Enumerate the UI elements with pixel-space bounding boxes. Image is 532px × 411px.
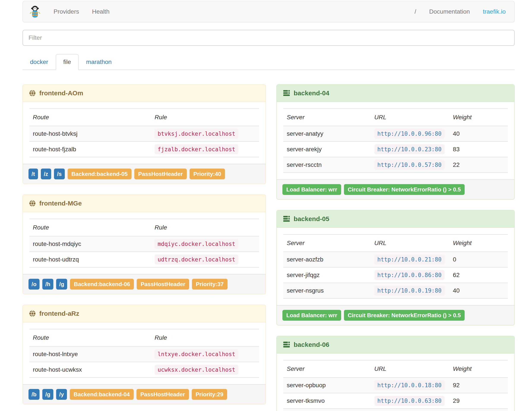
tab-file[interactable]: file [56, 54, 79, 70]
route-row: route-host-lntxyelntxye.docker.localhost [29, 346, 259, 362]
backend-panel-title: backend-05 [277, 210, 514, 228]
server-url-code[interactable]: http://10.0.0.19:80 [374, 286, 445, 296]
rule-code: btvksj.docker.localhost [155, 129, 238, 139]
panel-body: RouteRuleroute-host-lntxyelntxye.docker.… [23, 323, 266, 384]
server-url-cell: http://10.0.0.21:80 [371, 252, 449, 267]
route-rule-cell: btvksj.docker.localhost [151, 126, 259, 142]
server-url-cell: http://10.0.0.86:80 [371, 267, 449, 283]
server-weight: 57 [449, 409, 508, 411]
server-weight: 0 [449, 252, 508, 267]
server-icon [283, 341, 290, 348]
routes-table: RouteRuleroute-host-mdqiycmdqiyc.docker.… [29, 219, 259, 267]
frontend-name: frontend-MGe [39, 200, 82, 207]
server-url-code[interactable]: http://10.0.0.23:80 [374, 144, 445, 154]
nav-traefik-io[interactable]: traefik.io [476, 1, 512, 22]
server-weight: 40 [449, 283, 508, 298]
panel-body: RouteRuleroute-host-btvksjbtvksj.docker.… [23, 102, 266, 164]
table-header-row: RouteRule [29, 219, 259, 236]
entrypoint-badge: /y [56, 389, 67, 400]
server-weight: 22 [449, 157, 508, 173]
server-url-code[interactable]: http://10.0.0.96:80 [374, 129, 445, 139]
panel-footer: Load Balancer: wrrCircuit Breaker: Netwo… [277, 305, 514, 325]
panel-footer: /b/g/yBackend:backend-04PassHostHeaderPr… [23, 384, 266, 404]
backend-panel: backend-06ServerURLWeightserver-opbuopht… [276, 336, 515, 411]
server-url-code[interactable]: http://10.0.0.18:80 [374, 380, 445, 390]
route-row: route-host-ucwksxucwksx.docker.localhost [29, 362, 259, 378]
route-name: route-host-ucwksx [29, 362, 151, 378]
entrypoint-badge: /t [28, 168, 38, 179]
tab-docker[interactable]: docker [22, 54, 56, 70]
route-name: route-host-lntxye [29, 346, 151, 362]
server-weight: 40 [449, 126, 508, 142]
route-row: route-host-udtrzqudtrzq.docker.localhost [29, 252, 259, 267]
server-url-cell: http://10.0.0.57:80 [371, 157, 449, 173]
globe-icon [29, 200, 36, 207]
backend-detail-badge: Load Balancer: wrr [282, 184, 341, 195]
backend-detail-badge: Circuit Breaker: NetworkErrorRatio () > … [344, 310, 465, 321]
tab-marathon[interactable]: marathon [79, 54, 119, 70]
backend-detail-badge: Load Balancer: wrr [282, 310, 341, 321]
server-row: server-anatyyhttp://10.0.0.96:8040 [283, 126, 508, 142]
route-row: route-host-mdqiycmdqiyc.docker.localhost [29, 236, 259, 252]
server-name: server-jifqgz [283, 267, 371, 283]
entrypoint-badge: /g [56, 279, 67, 290]
main-content: frontend-AOmRouteRuleroute-host-btvksjbt… [22, 84, 515, 411]
frontend-detail-badge: Priority:37 [192, 279, 228, 290]
frontend-detail-badge: PassHostHeader [137, 279, 189, 290]
panel-footer: /t/z/sBackend:backend-05PassHostHeaderPr… [23, 164, 266, 184]
servers-table: ServerURLWeightserver-opbuophttp://10.0.… [283, 360, 508, 411]
server-row: server-aozfzbhttp://10.0.0.21:800 [283, 252, 508, 267]
route-name: route-host-mdqiyc [29, 236, 151, 252]
server-row: server-nsgrushttp://10.0.0.19:8040 [283, 283, 508, 298]
backends-column: backend-04ServerURLWeightserver-anatyyht… [276, 84, 515, 411]
col-rule: Rule [151, 329, 259, 346]
server-name: server-updomo [283, 409, 371, 411]
rule-code: mdqiyc.docker.localhost [155, 239, 238, 249]
server-url-code[interactable]: http://10.0.0.57:80 [374, 160, 445, 170]
server-url-code[interactable]: http://10.0.0.63:80 [374, 396, 445, 406]
nav-documentation[interactable]: Documentation [423, 1, 476, 22]
nav-health[interactable]: Health [86, 1, 116, 22]
col-route: Route [29, 109, 151, 126]
route-rule-cell: ucwksx.docker.localhost [151, 362, 259, 378]
routes-table: RouteRuleroute-host-btvksjbtvksj.docker.… [29, 108, 259, 157]
filter-input[interactable] [22, 30, 515, 46]
rule-code: udtrzq.docker.localhost [155, 254, 238, 264]
col-weight: Weight [449, 235, 508, 252]
frontend-detail-badge: Backend:backend-05 [67, 168, 132, 179]
backend-panel-title: backend-04 [277, 85, 514, 102]
server-icon [283, 90, 290, 97]
frontend-detail-badge: Backend:backend-06 [70, 279, 134, 290]
route-row: route-host-fjzalbfjzalb.docker.localhost [29, 142, 259, 157]
server-name: server-aozfzb [283, 252, 371, 267]
nav-providers[interactable]: Providers [47, 1, 86, 22]
panel-footer: Load Balancer: wrrCircuit Breaker: Netwo… [277, 179, 514, 199]
col-url: URL [371, 360, 449, 378]
traefik-logo[interactable] [23, 5, 47, 18]
route-rule-cell: lntxye.docker.localhost [151, 346, 259, 362]
server-weight: 92 [449, 378, 508, 393]
col-url: URL [371, 109, 449, 126]
panel-body: ServerURLWeightserver-aozfzbhttp://10.0.… [277, 228, 514, 305]
frontend-panel: frontend-aRzRouteRuleroute-host-lntxyeln… [22, 305, 266, 404]
entrypoint-badge: /b [28, 389, 39, 400]
rule-code: lntxye.docker.localhost [155, 349, 238, 359]
globe-icon [29, 310, 36, 317]
entrypoint-badge: /g [42, 389, 53, 400]
server-url-code[interactable]: http://10.0.0.21:80 [374, 254, 445, 264]
server-url-code[interactable]: http://10.0.0.86:80 [374, 270, 445, 280]
filter-bar [22, 30, 515, 46]
frontend-panel: frontend-AOmRouteRuleroute-host-btvksjbt… [22, 84, 266, 184]
col-server: Server [283, 109, 371, 126]
navbar-right: / Documentation traefik.io [408, 1, 514, 22]
panel-footer: /o/h/gBackend:backend-06PassHostHeaderPr… [23, 274, 266, 294]
rule-code: fjzalb.docker.localhost [155, 144, 238, 154]
frontend-detail-badge: PassHostHeader [134, 168, 187, 179]
frontend-name: frontend-AOm [39, 89, 83, 97]
nav-slash[interactable]: / [408, 1, 423, 22]
server-name: server-rscctn [283, 157, 371, 173]
frontend-detail-badge: Priority:40 [190, 168, 225, 179]
routes-table: RouteRuleroute-host-lntxyelntxye.docker.… [29, 329, 259, 378]
col-rule: Rule [151, 219, 259, 236]
backend-name: backend-05 [294, 215, 329, 223]
